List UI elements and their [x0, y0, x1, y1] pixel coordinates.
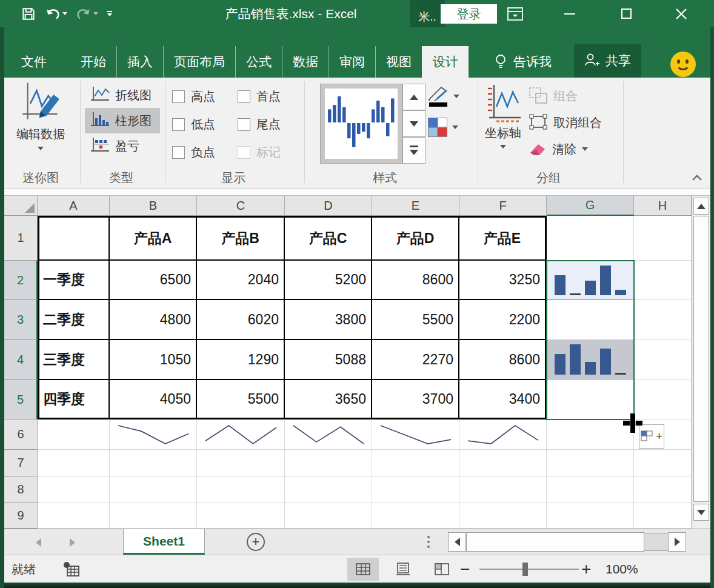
row-header-2[interactable]: 2: [4, 261, 38, 300]
vscroll-thumb[interactable]: [693, 216, 709, 502]
cell-A2[interactable]: 一季度: [38, 261, 110, 300]
cell-B8[interactable]: [110, 476, 197, 503]
cell-F7[interactable]: [459, 450, 547, 476]
cell-B4[interactable]: 1050: [110, 340, 197, 380]
column-header-F[interactable]: F: [459, 196, 547, 216]
collapse-ribbon-button[interactable]: [690, 172, 704, 184]
cell-A3[interactable]: 二季度: [38, 300, 110, 340]
cell-E8[interactable]: [372, 476, 459, 503]
tab-开始[interactable]: 开始: [70, 46, 116, 78]
zoom-slider-track[interactable]: [479, 569, 579, 570]
show-option-低点[interactable]: 低点: [172, 115, 215, 133]
sparkline-cell-B6[interactable]: [110, 419, 197, 450]
page-break-preview-button[interactable]: [426, 558, 458, 581]
sparkline-cell-D6[interactable]: [285, 419, 372, 450]
tab-数据[interactable]: 数据: [282, 46, 329, 78]
cell-C2[interactable]: 2040: [197, 261, 285, 300]
column-header-E[interactable]: E: [372, 196, 459, 216]
hscroll-track[interactable]: [644, 533, 668, 551]
checkbox-低点[interactable]: [172, 118, 185, 131]
cell-G7[interactable]: [547, 450, 634, 476]
vertical-scrollbar[interactable]: [692, 196, 710, 529]
normal-view-button[interactable]: [347, 558, 379, 581]
contextual-tab-group-stub[interactable]: 米..: [410, 0, 445, 27]
cell-F5[interactable]: 3400: [459, 380, 547, 419]
cell-C9[interactable]: [197, 503, 285, 529]
cell-G8[interactable]: [547, 476, 634, 503]
zoom-slider-thumb[interactable]: [522, 563, 528, 576]
cell-D1[interactable]: 产品C: [285, 216, 372, 261]
cell-E7[interactable]: [372, 450, 459, 476]
column-header-A[interactable]: A: [38, 196, 110, 216]
tab-告诉我[interactable]: 告诉我: [483, 46, 562, 78]
cell-B2[interactable]: 6500: [110, 261, 197, 300]
smiley-feedback-button[interactable]: [670, 52, 696, 77]
cell-B1[interactable]: 产品A: [110, 216, 197, 261]
minimize-button[interactable]: [558, 0, 582, 27]
type-button-折线图[interactable]: 折线图: [85, 82, 160, 108]
cell-D8[interactable]: [285, 476, 372, 503]
checkbox-首点[interactable]: [238, 90, 250, 103]
gallery-more-button[interactable]: [402, 137, 425, 164]
hscroll-thumb[interactable]: [466, 532, 644, 552]
column-header-D[interactable]: D: [285, 196, 372, 216]
ribbon-display-options-button[interactable]: [503, 0, 527, 27]
cell-C1[interactable]: 产品B: [197, 216, 285, 261]
vscroll-up-button[interactable]: [693, 198, 709, 215]
cell-F3[interactable]: 2200: [459, 300, 547, 340]
show-option-标记[interactable]: 标记: [238, 143, 281, 161]
cell-G1[interactable]: [547, 216, 634, 261]
new-sheet-button[interactable]: +: [247, 533, 265, 551]
vscroll-down-button[interactable]: [693, 504, 709, 521]
tab-文件[interactable]: 文件: [11, 46, 57, 78]
sparkline-cell-C6[interactable]: [197, 419, 285, 450]
cell-E4[interactable]: 2270: [372, 340, 459, 380]
row-header-1[interactable]: 1: [4, 216, 38, 261]
customize-quick-access-button[interactable]: [107, 11, 112, 16]
type-button-柱形图[interactable]: 柱形图: [85, 108, 160, 133]
zoom-level-label[interactable]: 100%: [606, 555, 638, 583]
macro-record-button[interactable]: [62, 561, 81, 580]
maximize-button[interactable]: [614, 0, 638, 27]
cell-F1[interactable]: 产品E: [459, 216, 547, 261]
cell-B7[interactable]: [110, 450, 197, 476]
cell-E9[interactable]: [372, 503, 459, 529]
tab-审阅[interactable]: 审阅: [329, 46, 375, 78]
checkbox-负点[interactable]: [172, 146, 185, 159]
sparkline-color-button[interactable]: [428, 86, 459, 107]
row-header-4[interactable]: 4: [4, 340, 38, 380]
cell-C7[interactable]: [197, 450, 285, 476]
row-header-8[interactable]: 8: [4, 476, 38, 503]
ungroup-button[interactable]: 取消组合: [529, 110, 602, 135]
row-header-6[interactable]: 6: [4, 419, 38, 450]
cell-E2[interactable]: 8600: [372, 261, 459, 300]
edit-data-button[interactable]: 编辑数据: [6, 81, 75, 150]
zoom-out-button[interactable]: −: [460, 555, 470, 583]
column-header-H[interactable]: H: [634, 196, 692, 216]
cell-D3[interactable]: 3800: [285, 300, 372, 340]
cell-A7[interactable]: [38, 450, 110, 476]
cell-C8[interactable]: [197, 476, 285, 503]
row-header-5[interactable]: 5: [4, 380, 38, 419]
cell-F4[interactable]: 8600: [459, 340, 547, 380]
hscroll-left-button[interactable]: [448, 532, 466, 552]
tab-页面布局[interactable]: 页面布局: [163, 46, 235, 78]
cell-G9[interactable]: [547, 503, 634, 529]
sheet-tab-sheet1[interactable]: Sheet1: [123, 529, 205, 555]
checkbox-高点[interactable]: [172, 90, 185, 103]
cell-H7[interactable]: [634, 450, 692, 476]
cell-H3[interactable]: [634, 300, 692, 340]
column-header-C[interactable]: C: [197, 196, 285, 216]
cell-E3[interactable]: 5500: [372, 300, 459, 340]
cell-H8[interactable]: [634, 476, 692, 503]
sign-in-button[interactable]: 登录: [441, 4, 497, 24]
cell-H4[interactable]: [634, 340, 692, 380]
show-option-负点[interactable]: 负点: [172, 143, 215, 161]
axes-button[interactable]: 坐标轴: [481, 82, 525, 149]
cell-D7[interactable]: [285, 450, 372, 476]
row-header-7[interactable]: 7: [4, 450, 38, 476]
gallery-scroll-down-button[interactable]: [402, 110, 425, 137]
cell-E5[interactable]: 3700: [372, 380, 459, 419]
cell-H1[interactable]: [634, 216, 692, 261]
cell-A9[interactable]: [38, 503, 110, 529]
